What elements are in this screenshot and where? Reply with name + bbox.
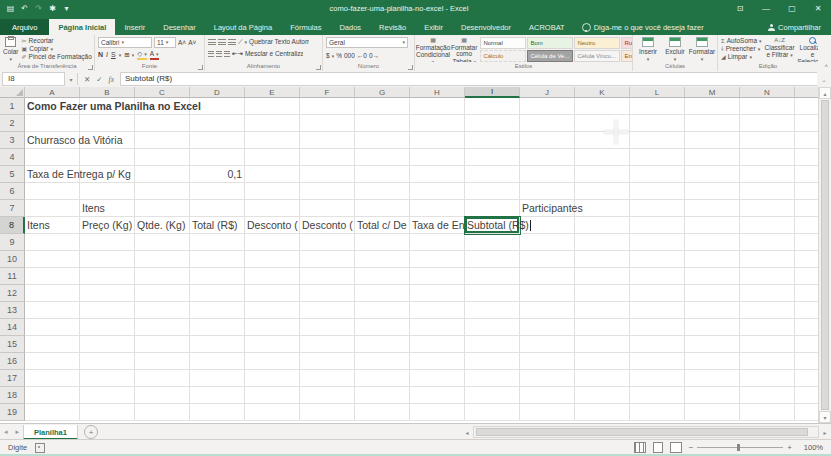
cell-J6[interactable]	[520, 183, 575, 200]
cell-E15[interactable]	[245, 336, 300, 353]
cell-H7[interactable]	[410, 200, 465, 217]
column-header-K[interactable]: K	[575, 87, 630, 98]
cell-M9[interactable]	[685, 234, 740, 251]
align-right-icon[interactable]	[224, 51, 230, 57]
cell-B9[interactable]	[80, 234, 135, 251]
cell-style-entrada[interactable]: Entrada	[621, 50, 632, 62]
cell-D8[interactable]: Total (R$)	[190, 217, 245, 234]
row-header-8[interactable]: 8	[0, 217, 25, 234]
cell-J2[interactable]	[520, 115, 575, 132]
cell-partial-5[interactable]	[795, 166, 818, 183]
conditional-formatting-button[interactable]: ▦ Formatação Condicional ▾	[418, 37, 448, 62]
cell-H6[interactable]	[410, 183, 465, 200]
cell-F17[interactable]	[300, 370, 355, 387]
cell-style-neutro[interactable]: Neutro	[574, 37, 620, 49]
cell-G18[interactable]	[355, 387, 410, 404]
cell-G14[interactable]	[355, 319, 410, 336]
cell-N15[interactable]	[740, 336, 795, 353]
cell-M10[interactable]	[685, 251, 740, 268]
tab-dados[interactable]: Dados	[330, 19, 370, 35]
select-all-corner[interactable]	[0, 87, 25, 98]
share-button[interactable]: Compartilhar	[758, 23, 831, 35]
cell-H19[interactable]	[410, 404, 465, 421]
column-header-E[interactable]: E	[245, 87, 300, 98]
clipboard-dialog-launcher-icon[interactable]	[88, 65, 93, 70]
paste-button[interactable]: Colar ▾	[3, 37, 19, 62]
cell-I1[interactable]	[465, 98, 520, 115]
cell-A17[interactable]	[25, 370, 80, 387]
format-painter-button[interactable]: ✐ Pincel de Formatação	[22, 53, 92, 60]
undo-icon[interactable]: ↶	[20, 4, 29, 13]
cell-A19[interactable]	[25, 404, 80, 421]
cell-E14[interactable]	[245, 319, 300, 336]
cell-K6[interactable]	[575, 183, 630, 200]
cell-M2[interactable]	[685, 115, 740, 132]
cell-E4[interactable]	[245, 149, 300, 166]
cell-N4[interactable]	[740, 149, 795, 166]
cell-G15[interactable]	[355, 336, 410, 353]
cell-M17[interactable]	[685, 370, 740, 387]
cancel-icon[interactable]: ✕	[84, 75, 90, 84]
cell-A6[interactable]	[25, 183, 80, 200]
cell-M8[interactable]	[685, 217, 740, 234]
column-header-A[interactable]: A	[25, 87, 80, 98]
cell-D7[interactable]	[190, 200, 245, 217]
column-header-M[interactable]: M	[685, 87, 740, 98]
cell-N17[interactable]	[740, 370, 795, 387]
align-middle-icon[interactable]	[218, 39, 226, 45]
cell-L4[interactable]	[630, 149, 685, 166]
row-header-10[interactable]: 10	[0, 251, 25, 268]
cell-G4[interactable]	[355, 149, 410, 166]
horizontal-scroll-thumb[interactable]	[476, 428, 808, 436]
name-box[interactable]: I8	[2, 72, 65, 86]
cell-K9[interactable]	[575, 234, 630, 251]
cell-N7[interactable]	[740, 200, 795, 217]
cell-B8[interactable]: Preço (Kg)	[80, 217, 135, 234]
cell-E18[interactable]	[245, 387, 300, 404]
cell-K14[interactable]	[575, 319, 630, 336]
cell-partial-10[interactable]	[795, 251, 818, 268]
cell-L8[interactable]	[630, 217, 685, 234]
cell-partial-13[interactable]	[795, 302, 818, 319]
align-top-icon[interactable]	[208, 39, 216, 45]
cell-N18[interactable]	[740, 387, 795, 404]
cell-K11[interactable]	[575, 268, 630, 285]
cell-F19[interactable]	[300, 404, 355, 421]
row-header-3[interactable]: 3	[0, 132, 25, 149]
page-break-view-icon[interactable]	[670, 442, 682, 453]
cell-M13[interactable]	[685, 302, 740, 319]
cell-E1[interactable]	[245, 98, 300, 115]
cell-M19[interactable]	[685, 404, 740, 421]
autosum-button[interactable]: Σ AutoSoma ▾	[721, 37, 762, 44]
column-header-F[interactable]: F	[300, 87, 355, 98]
comma-format-button[interactable]: 000	[344, 51, 355, 60]
tab-arquivo[interactable]: Arquivo	[0, 19, 49, 35]
percent-format-button[interactable]: %	[336, 51, 342, 60]
cell-J11[interactable]	[520, 268, 575, 285]
column-header-H[interactable]: H	[410, 87, 465, 98]
italic-button[interactable]: I	[106, 51, 108, 58]
cell-M14[interactable]	[685, 319, 740, 336]
cell-A1[interactable]: Como Fazer uma Planilha no Excel	[25, 98, 80, 115]
cell-L17[interactable]	[630, 370, 685, 387]
cell-I15[interactable]	[465, 336, 520, 353]
cell-E3[interactable]	[245, 132, 300, 149]
cell-E5[interactable]	[245, 166, 300, 183]
cell-K17[interactable]	[575, 370, 630, 387]
cell-partial-6[interactable]	[795, 183, 818, 200]
cell-J12[interactable]	[520, 285, 575, 302]
cell-N6[interactable]	[740, 183, 795, 200]
cell-N8[interactable]	[740, 217, 795, 234]
cell-I16[interactable]	[465, 353, 520, 370]
cell-H16[interactable]	[410, 353, 465, 370]
cell-L6[interactable]	[630, 183, 685, 200]
cell-style-ruim[interactable]: Ruim	[621, 37, 632, 49]
column-header-partial[interactable]	[795, 87, 818, 98]
touch-mode-icon[interactable]: ✱	[48, 4, 57, 13]
cell-M1[interactable]	[685, 98, 740, 115]
cell-C7[interactable]	[135, 200, 190, 217]
cell-D19[interactable]	[190, 404, 245, 421]
cell-E7[interactable]	[245, 200, 300, 217]
zoom-slider-knob[interactable]	[737, 444, 740, 451]
cell-L5[interactable]	[630, 166, 685, 183]
